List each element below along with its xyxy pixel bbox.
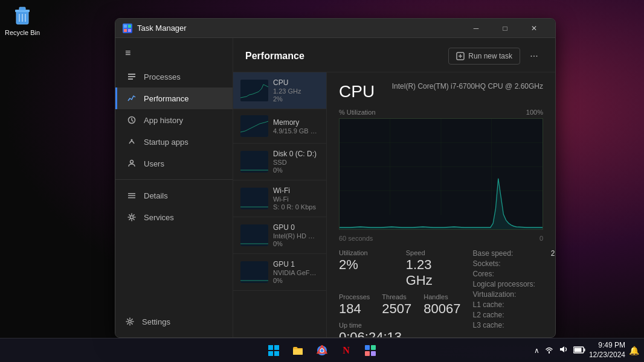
app-history-icon [127,115,137,125]
window-controls: ─ □ ✕ [462,19,548,37]
taskbar-right: ∧ [534,341,639,360]
device-item-gpu0[interactable]: GPU 0 Intel(R) HD Graphics ... 0% [233,217,326,254]
utilization-row: % Utilization 100% [339,109,543,116]
volume-icon[interactable] [559,345,568,356]
date-display: 12/23/2024 [589,351,625,360]
cpu-graph [339,118,543,230]
svg-rect-9 [128,29,131,32]
processes-stat-label: Processes [339,293,370,300]
processes-icon [127,72,137,81]
virt-val: Enabled [555,290,555,299]
base-speed-val: 2.60 GHz [551,249,555,258]
svg-rect-8 [124,29,127,32]
gpu0-device-info: GPU 0 Intel(R) HD Graphics ... 0% [273,223,319,247]
cores-row: Cores: 4 [473,270,556,278]
sidebar-item-app-history[interactable]: App history [115,109,233,131]
sidebar-item-settings[interactable]: Settings [115,311,555,332]
section-title: Performance [245,51,304,62]
device-item-gpu1[interactable]: GPU 1 NVIDIA GeForce GTX... 0% [233,254,326,291]
cpu-device-speed: 1.23 GHz [273,87,319,95]
device-item-memory[interactable]: Memory 4.9/15.9 GB (31%) [233,109,326,144]
handles-stat-label: Handles [423,293,460,300]
gpu1-device-sub: NVIDIA GeForce GTX... [273,269,319,276]
svg-rect-43 [268,351,273,356]
sidebar-item-details[interactable]: Details [115,185,233,206]
sidebar-item-performance[interactable]: Performance [115,87,233,109]
time-display: 9:49 PM [589,341,625,351]
details-icon [127,191,137,200]
svg-rect-16 [128,193,135,194]
netflix-button[interactable]: N [335,340,357,361]
device-item-disk[interactable]: Disk 0 (C: D:) SSD 0% [233,144,326,180]
sidebar-item-users[interactable]: Users [115,153,233,174]
recycle-bin[interactable]: Recycle Bin [5,5,40,36]
device-item-cpu[interactable]: CPU 1.23 GHz 2% [233,72,326,109]
battery-icon[interactable] [573,346,585,355]
svg-rect-26 [240,151,268,173]
util-max-label: 100% [526,109,543,116]
svg-point-14 [131,139,133,141]
header-actions: Run new task ··· [448,48,543,65]
startup-apps-label: Startup apps [144,138,188,147]
svg-marker-40 [340,179,543,229]
taskmanager-taskbar-button[interactable] [359,340,381,361]
sidebar-item-startup-apps[interactable]: Startup apps [115,131,233,153]
gpu1-device-val: 0% [273,277,319,284]
svg-rect-53 [371,351,376,356]
l1-label: L1 cache: [473,300,504,309]
chrome-button[interactable] [311,340,333,361]
start-button[interactable] [263,340,285,361]
minimize-button[interactable]: ─ [462,19,490,37]
settings-icon [125,317,135,326]
gpu0-thumbnail [240,224,268,246]
sidebar-item-services[interactable]: Services [115,206,233,228]
svg-rect-18 [128,197,135,198]
logical-label: Logical processors: [473,280,535,288]
users-icon [127,159,137,168]
svg-rect-24 [240,80,268,101]
svg-rect-44 [274,351,279,356]
menu-toggle-button[interactable]: ≡ [115,43,233,63]
svg-point-20 [129,320,131,323]
gpu1-thumbnail [240,261,268,283]
wifi-device-sub: Wi-Fi [273,195,319,203]
app-history-label: App history [144,116,183,125]
gpu0-device-name: GPU 0 [273,223,319,232]
svg-rect-12 [128,78,133,80]
maximize-button[interactable]: □ [491,19,519,37]
svg-rect-7 [128,25,131,28]
svg-rect-10 [128,74,135,75]
sidebar-divider [115,179,233,180]
memory-thumbnail [240,115,268,137]
svg-rect-11 [128,76,135,77]
performance-content: CPU 1.23 GHz 2% [233,72,555,337]
base-speed-row: Base speed: 2.60 GHz [473,249,556,258]
device-item-wifi[interactable]: Wi-Fi Wi-Fi S: 0 R: 0 Kbps [233,180,326,217]
more-options-button[interactable]: ··· [525,48,543,65]
close-button[interactable]: ✕ [520,19,548,37]
settings-label: Settings [142,317,170,326]
run-new-task-button[interactable]: Run new task [448,48,520,65]
wifi-device-val: S: 0 R: 0 Kbps [273,203,319,211]
cpu-device-util: 2% [273,95,319,103]
svg-rect-17 [128,195,135,197]
notification-icon[interactable]: 🔔 [629,346,639,355]
services-label: Services [144,213,174,222]
taskbar-clock[interactable]: 9:49 PM 12/23/2024 [589,341,625,360]
title-bar: Task Manager ─ □ ✕ [115,19,555,38]
wifi-tray-icon[interactable] [544,345,554,356]
speed-stat-label: Speed [406,249,461,256]
details-label: Details [144,191,168,200]
utilization-stat-label: Utilization [339,249,394,256]
chevron-up-icon[interactable]: ∧ [534,346,539,355]
run-task-icon [456,52,465,60]
speed-stat: Speed 1.23 GHz [406,249,461,288]
logical-row: Logical processors: 8 [473,280,556,288]
window-title: Task Manager [137,24,187,33]
svg-rect-56 [584,348,585,351]
file-explorer-button[interactable] [287,340,309,361]
svg-rect-51 [371,345,376,350]
sidebar-item-processes[interactable]: Processes [115,66,233,87]
base-speed-label: Base speed: [473,249,514,258]
performance-icon [127,94,137,103]
